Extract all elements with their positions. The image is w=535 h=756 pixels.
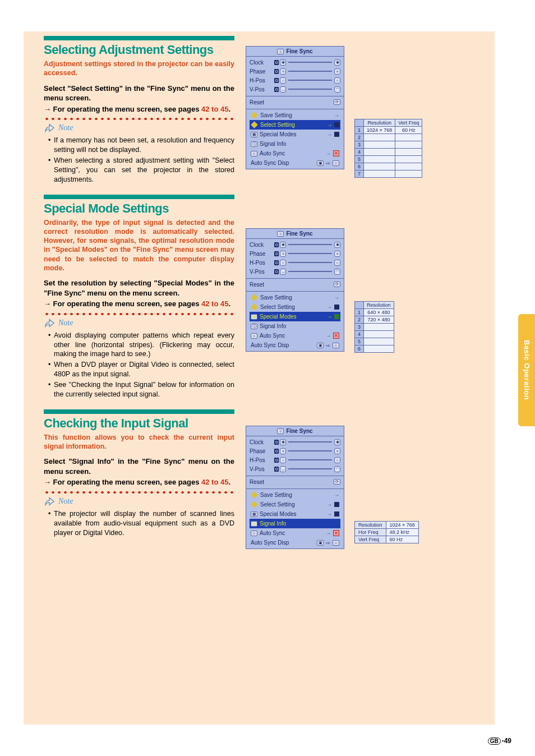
osd-item-select-setting: Select Setting→ (250, 120, 340, 130)
item-label: Select Setting (260, 122, 325, 128)
intro-text: Adjustment settings stored in the projec… (44, 59, 234, 78)
dot-divider (44, 312, 234, 316)
divider-bar (44, 409, 234, 414)
sync-icon: ☼ (277, 428, 284, 434)
reset-label: Reset (250, 479, 331, 485)
note-text: Note (58, 319, 73, 328)
osd-title-text: Fine Sync (286, 428, 312, 434)
item-label: Special Modes (260, 131, 325, 137)
osd-menu: Save Setting→ Select Setting→ ▦Special M… (246, 489, 344, 548)
info-key: Hor Freq (355, 529, 386, 536)
note-label: Note (44, 496, 234, 506)
signal-info-table: Resolution1024 × 768 Hor Freq48.2 kHz Ve… (354, 521, 419, 543)
slider-label: Clock (250, 59, 272, 66)
osd-row-1: ☼Fine Sync Clock0◉◉ Phase0≡≡ H-Pos0○○ V-… (246, 46, 481, 178)
item-label: Auto Sync Disp (251, 342, 315, 348)
instr-suffix: . (228, 105, 230, 113)
item-label: Save Setting (260, 294, 332, 301)
th-vertfreq: Vert Freq (395, 119, 422, 127)
note-item: When selecting a stored adjustment setti… (48, 156, 234, 185)
item-label: Auto Sync (260, 150, 324, 156)
page-link: 42 to 45 (201, 478, 228, 486)
divider-bar (44, 195, 234, 199)
instruction-b: → For operating the menu screen, see pag… (44, 477, 234, 487)
slider-clock: Clock0◉◉ (250, 58, 340, 67)
page-number: GB-49 (488, 737, 511, 745)
instruction-a: Select "Signal Info" in the "Fine Sync" … (44, 457, 234, 476)
slider-label: H-Pos (250, 77, 272, 84)
slider-phase: Phase0≡≡ (250, 67, 340, 76)
item-label: Signal Info (260, 141, 339, 147)
info-val: 1024 × 768 (386, 522, 418, 529)
right-column: ☼Fine Sync Clock0◉◉ Phase0≡≡ H-Pos0○○ V-… (246, 36, 481, 600)
osd-item-autodisp: Auto Sync Disp▣⇨☼ (250, 158, 340, 168)
osd-title: ☼Fine Sync (246, 229, 344, 239)
osd-sliders: Clock0◉◉ Phase0≡≡ H-Pos0○○ V-Pos0◡◠ (246, 436, 344, 476)
note-icon (44, 496, 56, 506)
resolution-table: Resolution 1640 × 480 2720 × 480 3 4 5 6 (354, 301, 394, 353)
item-label: Signal Info (260, 323, 339, 329)
instruction-b: → For operating the menu screen, see pag… (44, 299, 234, 309)
osd-sliders: Clock0◉◉ Phase0≡≡ H-Pos0○○ V-Pos0◡◠ (246, 239, 344, 279)
sync-icon: ☼ (251, 151, 257, 156)
info-key: Vert Freq (355, 536, 386, 543)
slider-label: V-Pos (250, 86, 272, 93)
page-num-text: -49 (502, 737, 511, 745)
slider-label: V-Pos (250, 466, 272, 472)
osd-sliders: Clock0◉◉ Phase0≡≡ H-Pos0○○ V-Pos0◡◠ (246, 57, 344, 96)
side-tab-label: Basic Operation (523, 340, 531, 400)
item-label: Save Setting (260, 112, 332, 118)
resolution-freq-table: ResolutionVert Freq 11024 × 76860 Hz 2 3… (354, 119, 422, 178)
item-label: Auto Sync (260, 333, 324, 339)
instr-suffix: . (228, 299, 230, 308)
th-resolution: Resolution (364, 119, 395, 127)
osd-item-special: ▦Special Modes→ (250, 130, 340, 139)
sync-icon: ☼ (277, 49, 284, 54)
item-label: Auto Sync Disp (251, 160, 315, 166)
slider-value: 0 (274, 69, 279, 74)
item-label: Select Setting (260, 501, 325, 508)
td-res: 640 × 480 (364, 309, 394, 316)
off-icon: ✕ (333, 150, 339, 156)
section-special-mode: Special Mode Settings Ordinarily, the ty… (44, 195, 234, 399)
reset-label: Reset (250, 282, 331, 288)
instr-prefix: → For operating the menu screen, see pag… (44, 478, 201, 486)
note-list: The projector will display the number of… (44, 509, 234, 538)
osd-item-special-modes: ▦Special Modes→ (250, 312, 340, 321)
osd-row-3: ☼Fine Sync Clock0◉◉ Phase0≡≡ H-Pos0○○ V-… (246, 426, 481, 549)
osd-title: ☼Fine Sync (246, 47, 344, 57)
osd-item-save: Save Setting→ (250, 110, 340, 120)
slider-track: 0◉◉ (274, 59, 340, 66)
note-label: Note (44, 318, 234, 328)
osd-title: ☼Fine Sync (246, 426, 344, 436)
instruction-a: Select "Select Setting" in the "Fine Syn… (44, 84, 234, 103)
item-label: Auto Sync (260, 530, 324, 536)
slider-label: Phase (250, 448, 272, 454)
note-item: See "Checking the Input Signal" below fo… (48, 380, 234, 399)
heading: Special Mode Settings (44, 201, 234, 216)
osd-title-text: Fine Sync (286, 48, 312, 54)
slider-label: Phase (250, 68, 272, 75)
td-res: 1024 × 768 (364, 127, 395, 134)
note-list: If a memory has not been set, a resoluti… (44, 136, 234, 184)
instr-prefix: → For operating the menu screen, see pag… (44, 299, 201, 308)
divider-bar (44, 36, 234, 40)
intro-text: Ordinarily, the type of input signal is … (44, 218, 234, 273)
slider-vpos: V-Pos0◡◠ (250, 85, 340, 94)
side-table-wrap: Resolution 1640 × 480 2720 × 480 3 4 5 6 (354, 228, 394, 353)
page-link: 42 to 45 (201, 105, 228, 113)
item-label: Auto Sync Disp (251, 540, 315, 546)
slider-label: V-Pos (250, 269, 272, 275)
note-label: Note (44, 123, 234, 133)
page-prefix: GB (488, 737, 501, 745)
osd-panel: ☼Fine Sync Clock0◉◉ Phase0≡≡ H-Pos0○○ V-… (246, 426, 344, 549)
note-item: If a memory has not been set, a resoluti… (48, 136, 234, 155)
osd-item-auto: ☼Auto Sync→✕ (250, 149, 340, 158)
info-icon: ⓘ (251, 141, 257, 147)
note-icon (44, 123, 56, 133)
instr-suffix: . (228, 478, 230, 486)
diamond-icon (251, 112, 258, 119)
instr-prefix: → For operating the menu screen, see pag… (44, 105, 201, 113)
osd-item-signal: ⓘSignal Info (250, 139, 340, 149)
osd-row-2: ☼Fine Sync Clock0◉◉ Phase0≡≡ H-Pos0○○ V-… (246, 228, 481, 353)
